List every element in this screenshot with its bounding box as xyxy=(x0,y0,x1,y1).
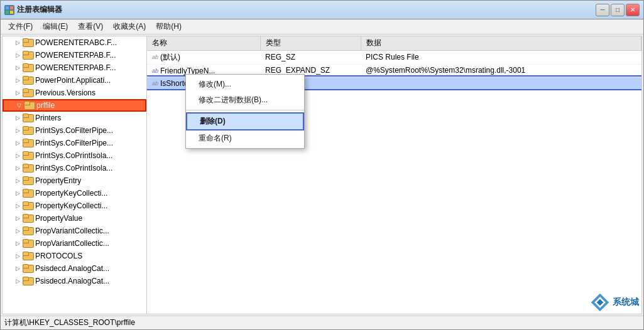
folder-icon xyxy=(23,51,34,60)
folder-icon xyxy=(23,151,34,160)
ctx-separator xyxy=(186,110,304,110)
svg-rect-3 xyxy=(10,11,13,14)
tree-label: PrintSys.CoPrintIsola... xyxy=(35,151,112,160)
status-bar: 计算机\HKEY_CLASSES_ROOT\prffile xyxy=(1,316,643,329)
tree-item-protocols[interactable]: ▷ PROTOCOLS xyxy=(3,250,146,262)
tree-item-powerenterpab2[interactable]: ▷ POWERENTERPAB.F... xyxy=(3,61,146,74)
app-icon xyxy=(4,5,14,15)
watermark-logo-icon xyxy=(590,292,610,312)
tree-label: PrintSys.CoPrintIsola... xyxy=(35,164,112,173)
watermark-label: 系统城 xyxy=(613,297,639,308)
tree-expander: ▷ xyxy=(13,38,23,48)
tree-item-printsys-coprintisola1[interactable]: ▷ PrintSys.CoPrintIsola... xyxy=(3,149,146,162)
folder-icon xyxy=(23,189,34,198)
tree-expander: ▽ xyxy=(14,100,24,110)
folder-icon xyxy=(23,114,34,122)
folder-icon xyxy=(23,239,34,248)
tree-expander: ▷ xyxy=(13,226,23,236)
ctx-modify[interactable]: 修改(M)... xyxy=(186,77,304,92)
table-row[interactable]: ab (默认) REG_SZ PICS Rules File xyxy=(147,50,641,64)
context-menu: 修改(M)... 修改二进制数据(B)... 删除(D) 重命名(R) xyxy=(185,74,305,149)
folder-icon xyxy=(23,164,34,173)
tree-label: PropertyKeyCollecti... xyxy=(35,189,107,198)
folder-icon xyxy=(23,76,34,85)
menu-help[interactable]: 帮助(H) xyxy=(151,20,187,33)
menu-favorites[interactable]: 收藏夹(A) xyxy=(108,20,151,33)
tree-item-propertyentry[interactable]: ▷ PropertyEntry xyxy=(3,174,146,187)
tree-item-propertyvalue[interactable]: ▷ PropertyValue xyxy=(3,212,146,225)
watermark: 系统城 xyxy=(590,292,639,312)
tree-label: PropVariantCollectic... xyxy=(35,226,109,235)
maximize-button[interactable]: □ xyxy=(611,4,625,16)
reg-sz-icon2: ab xyxy=(152,80,158,87)
tree-label: PROTOCOLS xyxy=(35,252,82,260)
tree-expander: ▷ xyxy=(13,213,23,223)
tree-label: POWERENTERPAB.F... xyxy=(35,51,116,60)
main-content: ▷ POWERENTERABC.F... ▷ POWERENTERPAB.F..… xyxy=(2,36,642,314)
tree-item-powerenterabc[interactable]: ▷ POWERENTERABC.F... xyxy=(3,36,146,49)
col-header-name[interactable]: 名称 xyxy=(147,36,260,50)
ctx-modify-binary[interactable]: 修改二进制数据(B)... xyxy=(186,92,304,108)
window-title: 注册表编辑器 xyxy=(17,4,596,15)
folder-icon xyxy=(23,264,34,273)
folder-icon xyxy=(23,139,34,147)
tree-item-printers[interactable]: ▷ Printers xyxy=(3,112,146,124)
ctx-delete[interactable]: 删除(D) xyxy=(186,112,304,130)
menu-bar: 文件(F) 编辑(E) 查看(V) 收藏夹(A) 帮助(H) xyxy=(1,19,643,35)
svg-rect-1 xyxy=(10,6,13,9)
status-text: 计算机\HKEY_CLASSES_ROOT\prffile xyxy=(4,317,135,328)
tree-item-printsys2[interactable]: ▷ PrintSys.CoFilterPipe... xyxy=(3,137,146,149)
tree-item-propvariantcoll1[interactable]: ▷ PropVariantCollectic... xyxy=(3,225,146,237)
tree-expander: ▷ xyxy=(13,201,23,211)
close-button[interactable]: ✕ xyxy=(626,4,640,16)
tree-item-powerenterpab1[interactable]: ▷ POWERENTERPAB.F... xyxy=(3,49,146,61)
tree-expander: ▷ xyxy=(13,75,23,85)
menu-edit[interactable]: 编辑(E) xyxy=(38,20,73,33)
tree-label: POWERENTERPAB.F... xyxy=(35,63,116,72)
folder-icon xyxy=(23,63,34,72)
reg-sz-icon: ab xyxy=(152,54,158,60)
tree-item-prffile[interactable]: ▽ prffile xyxy=(3,99,146,112)
registry-tree[interactable]: ▷ POWERENTERABC.F... ▷ POWERENTERPAB.F..… xyxy=(3,36,147,314)
tree-label: PowerPoint.Applicati... xyxy=(35,76,111,85)
tree-item-powerpoint[interactable]: ▷ PowerPoint.Applicati... xyxy=(3,74,146,87)
folder-icon xyxy=(23,126,34,135)
tree-item-previous-versions[interactable]: ▷ Previous.Versions xyxy=(3,87,146,99)
folder-icon xyxy=(23,214,34,223)
menu-view[interactable]: 查看(V) xyxy=(73,20,108,33)
tree-item-printsys1[interactable]: ▷ PrintSys.CoFilterPipe... xyxy=(3,124,146,137)
tree-expander: ▷ xyxy=(13,163,23,173)
tree-item-propvariantcoll2[interactable]: ▷ PropVariantCollectic... xyxy=(3,237,146,250)
tree-item-psisdecd2[interactable]: ▷ Psisdecd.AnalogCat... xyxy=(3,275,146,287)
folder-icon xyxy=(23,277,34,285)
tree-expander: ▷ xyxy=(13,176,23,186)
tree-expander: ▷ xyxy=(13,263,23,274)
tree-expander: ▷ xyxy=(13,125,23,136)
folder-icon xyxy=(23,176,34,185)
tree-item-propkeycoll1[interactable]: ▷ PropertyKeyCollecti... xyxy=(3,187,146,200)
tree-item-psisdecd1[interactable]: ▷ Psisdecd.AnalogCat... xyxy=(3,262,146,275)
row-data: @%SystemRoot%\System32\msrating.dll,-300… xyxy=(361,64,641,77)
tree-item-propkeycoll2[interactable]: ▷ PropertyKeyCollecti... xyxy=(3,200,146,212)
tree-item-printsys-coprintisola2[interactable]: ▷ PrintSys.CoPrintIsola... xyxy=(3,162,146,174)
tree-label: PropVariantCollectic... xyxy=(35,239,109,248)
tree-label: PropertyEntry xyxy=(35,176,81,185)
svg-rect-0 xyxy=(6,6,9,9)
minimize-button[interactable]: ─ xyxy=(596,4,609,16)
row-data: PICS Rules File xyxy=(361,50,641,64)
tree-expander: ▷ xyxy=(13,151,23,161)
row-type: REG_SZ xyxy=(260,50,361,64)
svg-rect-2 xyxy=(6,11,9,14)
col-header-data[interactable]: 数据 xyxy=(361,36,641,50)
tree-label: PropertyValue xyxy=(35,214,82,223)
folder-icon xyxy=(23,252,34,260)
ctx-rename[interactable]: 重命名(R) xyxy=(186,130,304,146)
folder-icon xyxy=(23,38,34,47)
folder-icon xyxy=(23,201,34,210)
tree-expander: ▷ xyxy=(13,50,23,60)
tree-expander: ▷ xyxy=(13,88,23,98)
tree-label: Previous.Versions xyxy=(35,88,96,97)
menu-file[interactable]: 文件(F) xyxy=(3,20,38,33)
col-header-type[interactable]: 类型 xyxy=(260,36,361,50)
reg-expand-icon: ab xyxy=(152,68,158,74)
